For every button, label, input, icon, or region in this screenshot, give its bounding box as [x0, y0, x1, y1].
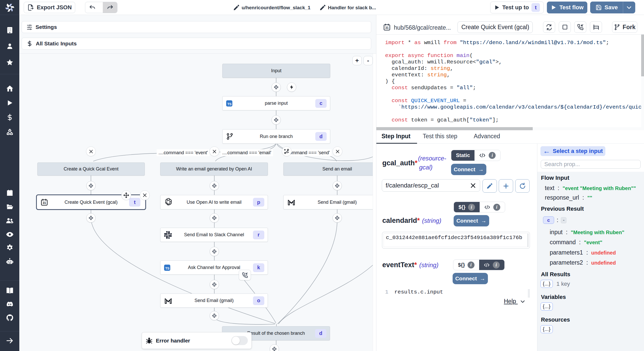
svg-text:31: 31: [385, 26, 389, 30]
